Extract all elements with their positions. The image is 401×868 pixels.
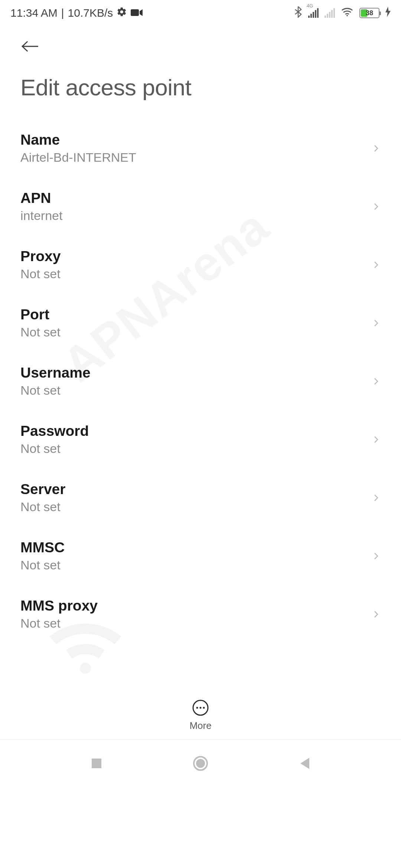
field-label: Password — [20, 423, 89, 439]
status-time: 11:34 AM — [10, 7, 58, 19]
settings-list: Name Airtel-Bd-INTERNET APN internet Pro… — [0, 108, 401, 643]
chevron-right-icon — [372, 144, 381, 153]
field-label: Server — [20, 481, 65, 497]
field-server[interactable]: Server Not set — [0, 468, 401, 527]
field-value: internet — [20, 208, 62, 223]
field-label: Port — [20, 306, 61, 323]
svg-point-5 — [196, 707, 198, 708]
field-label: Username — [20, 365, 91, 381]
chevron-right-icon — [372, 319, 381, 328]
status-speed: 10.7KB/s — [68, 7, 113, 19]
gear-icon — [117, 7, 127, 20]
field-label: Name — [20, 132, 136, 148]
signal-sim2-icon — [325, 8, 335, 18]
page-title: Edit access point — [0, 56, 401, 108]
chevron-right-icon — [372, 202, 381, 211]
field-proxy[interactable]: Proxy Not set — [0, 236, 401, 294]
navigation-bar — [0, 739, 401, 787]
network-type-label: 4G — [307, 3, 313, 9]
status-bar: 11:34 AM | 10.7KB/s 4G 3 — [0, 0, 401, 26]
chevron-right-icon — [372, 493, 381, 502]
svg-rect-8 — [92, 759, 101, 768]
field-value: Not set — [20, 558, 65, 572]
chevron-right-icon — [372, 260, 381, 269]
wifi-icon — [341, 7, 353, 20]
field-mms-proxy[interactable]: MMS proxy Not set — [0, 585, 401, 643]
svg-point-2 — [346, 15, 348, 16]
more-label: More — [189, 720, 211, 731]
field-value: Not set — [20, 325, 61, 339]
svg-point-6 — [200, 707, 202, 708]
field-label: MMSC — [20, 539, 65, 556]
chevron-right-icon — [372, 552, 381, 560]
chevron-right-icon — [372, 377, 381, 386]
field-value: Not set — [20, 383, 91, 398]
field-password[interactable]: Password Not set — [0, 410, 401, 468]
nav-home-button[interactable] — [191, 754, 210, 773]
field-label: MMS proxy — [20, 598, 98, 614]
field-label: Proxy — [20, 248, 61, 264]
chevron-right-icon — [372, 435, 381, 444]
charging-icon — [385, 7, 391, 20]
svg-point-10 — [196, 759, 205, 768]
svg-point-7 — [203, 707, 205, 708]
field-value: Not set — [20, 441, 89, 456]
field-apn[interactable]: APN internet — [0, 177, 401, 236]
field-value: Airtel-Bd-INTERNET — [20, 150, 136, 165]
field-username[interactable]: Username Not set — [0, 352, 401, 410]
status-separator: | — [61, 7, 64, 19]
camera-icon — [131, 7, 143, 19]
field-mmsc[interactable]: MMSC Not set — [0, 527, 401, 585]
field-port[interactable]: Port Not set — [0, 294, 401, 352]
svg-rect-1 — [131, 9, 139, 16]
bluetooth-icon — [294, 6, 302, 20]
field-value: Not set — [20, 616, 98, 631]
field-value: Not set — [20, 267, 61, 281]
battery-icon: 38 — [359, 8, 379, 18]
signal-sim1-icon — [308, 8, 319, 18]
field-name[interactable]: Name Airtel-Bd-INTERNET — [0, 119, 401, 177]
battery-percent: 38 — [366, 9, 373, 17]
bottom-action-bar: More — [0, 691, 401, 739]
nav-back-button[interactable] — [295, 754, 314, 773]
nav-recents-button[interactable] — [87, 754, 106, 773]
field-label: APN — [20, 190, 62, 206]
back-button[interactable] — [20, 37, 39, 56]
more-icon — [192, 699, 209, 716]
more-button[interactable]: More — [189, 699, 211, 731]
field-value: Not set — [20, 500, 65, 514]
chevron-right-icon — [372, 610, 381, 619]
